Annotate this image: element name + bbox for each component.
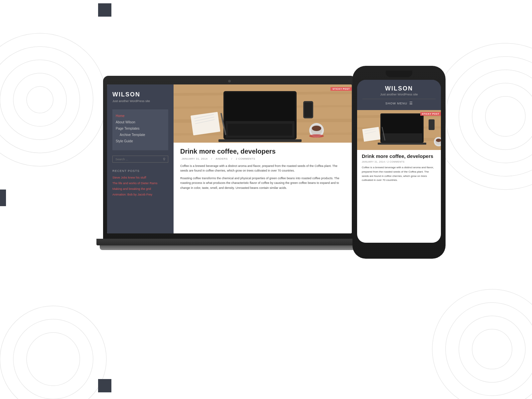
svg-point-36 [312,126,321,131]
recent-item-0[interactable]: Steve Jobs knew his stuff [112,176,168,179]
recent-item-3[interactable]: Animation: Bob by Jacob Frey [112,193,168,196]
phone-sticky-badge: STICKY POST [420,112,441,116]
laptop-camera [228,80,231,82]
svg-rect-45 [382,133,422,142]
phone-menu-label[interactable]: SHOW MENU [385,102,407,105]
svg-point-7 [459,70,532,163]
laptop-post-meta: JANUARY 31, 2014 / ANDERS / 2 COMMENTS [180,157,345,160]
laptop-post-paragraph2: Roasting coffee transforms the chemical … [180,176,345,190]
svg-point-4 [27,86,53,113]
svg-rect-44 [378,143,426,145]
svg-rect-24 [218,139,302,142]
svg-point-2 [0,60,80,140]
nav-item-archive[interactable]: Archive Template [116,133,165,137]
laptop-search-box[interactable]: ⚲ [112,156,168,163]
phone-post-comments: 2 COMMENTS [387,161,405,163]
phone-body: WILSON Just another WordPress site SHOW … [352,66,446,259]
laptop-post-paragraph1: Coffee is a brewed beverage with a disti… [180,164,345,173]
phone-header: WILSON Just another WordPress site SHOW … [357,80,441,110]
svg-rect-46 [429,119,435,130]
svg-rect-28 [304,102,312,117]
post-author: ANDERS [216,157,228,160]
laptop-sticky-badge: STICKY POST [331,87,352,91]
phone-screen: WILSON Just another WordPress site SHOW … [357,80,441,243]
post-comments: 2 COMMENTS [236,157,255,160]
search-icon: ⚲ [163,157,165,161]
phone-post-title[interactable]: Drink more coffee, developers [362,153,436,159]
phone-post-meta: JANUARY 31, 2014 / 2 COMMENTS [362,161,436,163]
laptop-sidebar: WILSON Just another WordPress site Home … [107,84,174,233]
nav-item-home[interactable]: Home [116,114,165,118]
laptop-site-tagline: Just another WordPress site [112,99,168,103]
post-date: JANUARY 31, 2014 [182,157,207,160]
recent-item-1[interactable]: The life and works of Dieter Rams [112,182,168,185]
recent-item-2[interactable]: Making and breaking the grid [112,187,168,191]
svg-point-6 [446,57,532,176]
phone-site-logo: WILSON [362,85,436,92]
phone-device: WILSON Just another WordPress site SHOW … [352,66,449,319]
laptop-site-logo: WILSON [112,91,168,98]
dark-rect-top [98,3,111,17]
phone-post-paragraph: Coffee is a brewed beverage with a disti… [362,166,436,183]
laptop-device: WILSON Just another WordPress site Home … [103,76,362,335]
nav-item-about[interactable]: About Wilson [116,120,165,124]
phone-post-body: Drink more coffee, developers JANUARY 31… [357,150,441,186]
phone-post-image: STICKY POST [357,110,441,150]
phone-main-content: STICKY POST Drink more coffee, developer… [357,110,441,243]
svg-point-3 [13,73,66,126]
svg-point-1 [0,47,93,153]
svg-point-12 [27,332,80,386]
phone-notch [386,70,412,77]
nav-item-style[interactable]: Style Guide [116,139,165,143]
laptop-base [96,239,362,245]
recent-posts-title: RECENT POSTS [112,169,168,173]
phone-post-date: JANUARY 31, 2014 [362,161,385,163]
nav-item-templates[interactable]: Page Templates [116,127,165,130]
phone-menu-bar[interactable]: SHOW MENU ☰ [362,99,436,107]
meta-separator-2: / [231,157,233,160]
laptop-post-body: Drink more coffee, developers JANUARY 31… [174,143,352,233]
svg-point-8 [472,83,532,150]
laptop-main-content: STICKY POST Drink more coffee, developer… [174,84,352,233]
svg-point-11 [13,319,93,399]
svg-point-14 [446,303,532,396]
laptop-screen: WILSON Just another WordPress site Home … [107,84,352,233]
scene: WILSON Just another WordPress site Home … [83,56,449,355]
hamburger-icon[interactable]: ☰ [409,101,413,105]
svg-point-37 [309,134,324,138]
laptop-body: WILSON Just another WordPress site Home … [103,76,356,239]
laptop-base-bottom [100,245,359,250]
svg-rect-47 [362,127,380,142]
svg-rect-29 [191,112,220,135]
meta-separator-1: / [211,157,213,160]
laptop-nav: Home About Wilson Page Templates Archive… [112,109,168,150]
svg-point-15 [459,316,525,382]
dark-rect-left [0,190,6,206]
laptop-post-image: STICKY POST [174,84,352,143]
phone-site-tagline: Just another WordPress site [362,93,436,96]
svg-point-16 [472,329,512,369]
laptop-post-title[interactable]: Drink more coffee, developers [180,147,345,155]
dark-rect-bottom [98,379,111,392]
svg-point-9 [485,96,525,136]
svg-rect-26 [228,124,292,136]
search-input[interactable] [115,158,163,161]
